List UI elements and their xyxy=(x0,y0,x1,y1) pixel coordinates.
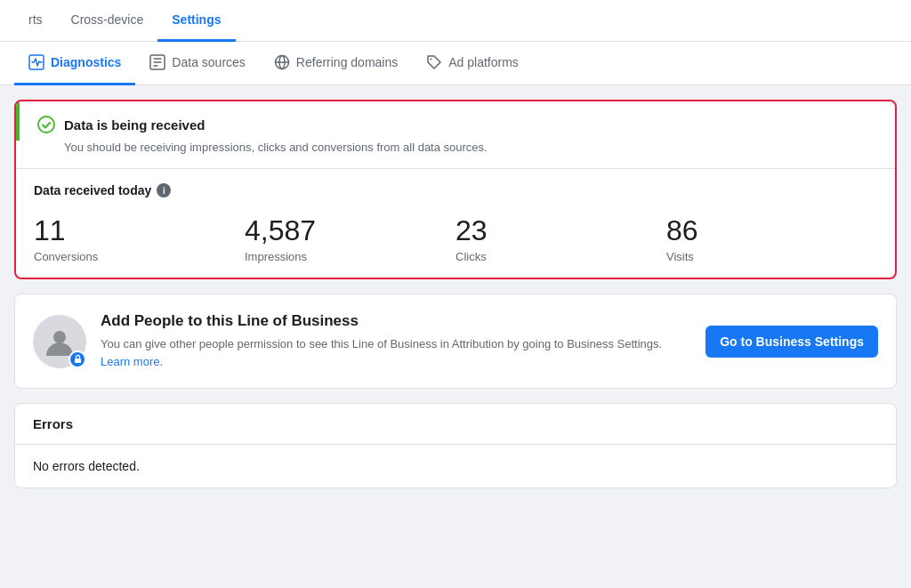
data-sources-icon xyxy=(149,54,165,70)
avatar-wrapper xyxy=(33,315,86,368)
metric-conversions: 11 Conversions xyxy=(34,215,245,263)
impressions-value: 4,587 xyxy=(245,215,456,246)
sub-tabs: Diagnostics Data sources Referring domai… xyxy=(0,42,911,85)
subtab-diagnostics-label: Diagnostics xyxy=(51,55,121,69)
tag-icon xyxy=(426,54,442,70)
data-received-header: Data received today i xyxy=(34,183,877,197)
conversions-value: 11 xyxy=(34,215,245,246)
visits-value: 86 xyxy=(666,215,877,246)
add-people-card: Add People to this Line of Business You … xyxy=(14,294,897,389)
subtab-referring-domains[interactable]: Referring domains xyxy=(260,42,412,85)
metric-visits: 86 Visits xyxy=(666,215,877,263)
clicks-label: Clicks xyxy=(456,250,666,263)
metric-impressions: 4,587 Impressions xyxy=(245,215,456,263)
add-people-desc-text: You can give other people permission to … xyxy=(101,337,662,350)
errors-card: Errors No errors detected. xyxy=(14,403,897,488)
subtab-referring-domains-label: Referring domains xyxy=(296,55,398,69)
data-received-title: Data received today xyxy=(34,183,151,197)
tab-settings[interactable]: Settings xyxy=(157,0,235,42)
visits-label: Visits xyxy=(666,250,877,263)
data-received-section: Data received today i 11 Conversions 4,5… xyxy=(16,168,895,278)
subtab-data-sources[interactable]: Data sources xyxy=(135,42,259,85)
top-nav: rts Cross-device Settings xyxy=(0,0,911,42)
metrics-row: 11 Conversions 4,587 Impressions 23 Clic… xyxy=(34,215,877,263)
lock-badge xyxy=(69,350,86,368)
go-to-business-settings-button[interactable]: Go to Business Settings xyxy=(705,326,878,358)
check-circle-icon xyxy=(37,116,55,133)
clicks-value: 23 xyxy=(456,215,666,246)
learn-more-link[interactable]: Learn more. xyxy=(101,355,163,368)
subtab-ad-platforms-label: Ad platforms xyxy=(448,55,519,69)
subtab-ad-platforms[interactable]: Ad platforms xyxy=(412,42,533,85)
svg-rect-11 xyxy=(75,358,81,363)
errors-body: No errors detected. xyxy=(15,445,896,487)
svg-point-8 xyxy=(431,59,432,60)
svg-point-10 xyxy=(53,331,66,343)
globe-icon xyxy=(274,54,290,70)
lock-icon xyxy=(73,354,83,364)
conversions-label: Conversions xyxy=(34,250,245,263)
add-people-description: You can give other people permission to … xyxy=(101,335,691,370)
status-data-card: Data is being received You should be rec… xyxy=(14,100,897,279)
add-people-title: Add People to this Line of Business xyxy=(101,312,691,330)
status-title: Data is being received xyxy=(64,117,205,133)
diagnostics-icon xyxy=(28,54,44,70)
add-people-content: Add People to this Line of Business You … xyxy=(101,312,691,370)
status-header: Data is being received xyxy=(16,101,895,141)
metric-clicks: 23 Clicks xyxy=(456,215,666,263)
subtab-diagnostics[interactable]: Diagnostics xyxy=(14,42,135,85)
info-icon[interactable]: i xyxy=(157,183,171,197)
status-subtitle: You should be receiving impressions, cli… xyxy=(16,141,895,168)
subtab-data-sources-label: Data sources xyxy=(172,55,245,69)
tab-rts[interactable]: rts xyxy=(14,0,57,42)
errors-header: Errors xyxy=(15,404,896,445)
svg-point-9 xyxy=(38,117,54,133)
main-content: Data is being received You should be rec… xyxy=(0,85,911,588)
tab-cross-device[interactable]: Cross-device xyxy=(57,0,158,42)
impressions-label: Impressions xyxy=(245,250,456,263)
